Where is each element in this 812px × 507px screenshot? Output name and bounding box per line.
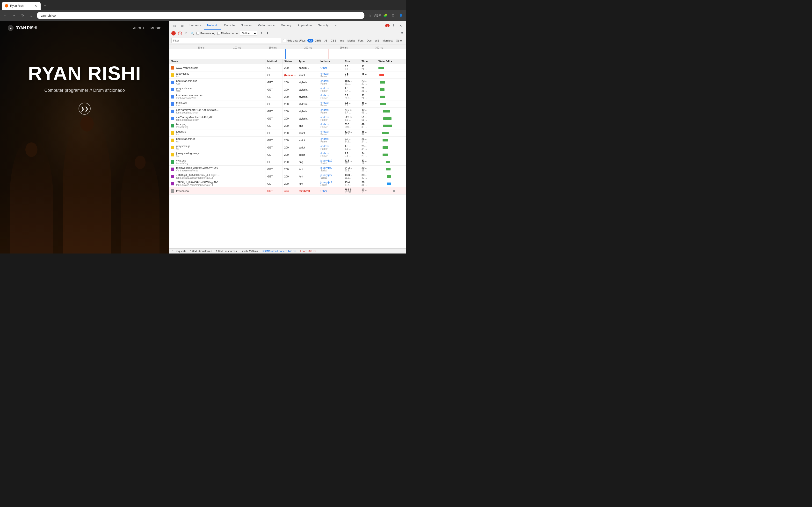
filter-doc[interactable]: Doc <box>365 39 373 43</box>
tab-console[interactable]: Console <box>221 21 238 30</box>
table-row[interactable]: bootstrap.min.js /js GET 200 script (ind… <box>169 137 406 144</box>
devtools-more-button[interactable]: ⋮ <box>390 22 397 29</box>
td-name: jquery.easing.min.js /js <box>169 151 266 158</box>
export-button[interactable]: ⬇ <box>265 31 270 36</box>
file-type-icon <box>171 80 174 84</box>
waterfall-bar <box>387 175 391 178</box>
hide-data-urls-input[interactable] <box>283 39 286 42</box>
back-button[interactable]: ← <box>2 12 9 19</box>
th-time[interactable]: Time <box>360 59 377 64</box>
initiator-sub: Script <box>320 162 332 165</box>
filter-ws[interactable]: WS <box>373 39 380 43</box>
import-button[interactable]: ⬆ <box>259 31 263 36</box>
preserve-log-checkbox[interactable]: Preserve log <box>197 32 215 35</box>
address-bar[interactable]: ryanrishi.com <box>37 12 364 19</box>
table-row[interactable]: analytics.js /js GET (blocke... script (… <box>169 71 406 79</box>
new-tab-button[interactable]: + <box>42 2 48 9</box>
adblocker-icon[interactable]: ABP <box>374 12 381 19</box>
table-row[interactable]: css?family=Montserrat:400,700 fonts.goog… <box>169 115 406 122</box>
table-row[interactable]: jquery.js /js GET 200 script (index) Par… <box>169 129 406 137</box>
tab-application[interactable]: Application <box>295 21 315 30</box>
preserve-log-input[interactable] <box>197 32 199 35</box>
tab-more[interactable]: » <box>332 21 339 30</box>
th-initiator[interactable]: Initiator <box>319 59 343 64</box>
status-load: Load: 200 ms <box>300 249 316 252</box>
table-row[interactable]: face.png /assets/img GET 200 png (index)… <box>169 122 406 129</box>
tab-close-button[interactable]: ✕ <box>34 4 38 8</box>
table-row[interactable]: fontawesome-webfont.woff?v=4.2.0 /font-a… <box>169 166 406 173</box>
td-name: JTUSjlg1_i6t8kCHKm459WlhyyTh8... fonts.g… <box>169 180 266 187</box>
table-row[interactable]: css?family=Lora:400,700,400italic,... fo… <box>169 108 406 115</box>
table-row[interactable]: favicon.ico GET 404 text/html Other 785 … <box>169 187 406 194</box>
table-row[interactable]: JTURjlg1_i6t8kCHKm45_dJE3gnD... fonts.gs… <box>169 173 406 180</box>
hide-data-urls-checkbox[interactable]: Hide data URLs <box>283 39 306 42</box>
table-row[interactable]: www.ryanrishi.com GET 200 docum... Other… <box>169 64 406 71</box>
network-settings-button[interactable]: ⚙ <box>400 31 404 36</box>
table-row[interactable]: main.css /css GET 200 stylesh... (index)… <box>169 101 406 108</box>
th-waterfall[interactable]: Waterfall ▲ <box>377 59 406 64</box>
filter-xhr[interactable]: XHR <box>314 39 322 43</box>
refresh-button[interactable]: ↻ <box>19 12 26 19</box>
th-size[interactable]: Size <box>343 59 360 64</box>
devtools-dock-button[interactable]: ▭ <box>179 22 185 29</box>
tab-network[interactable]: Network <box>204 21 221 30</box>
filter-all[interactable]: All <box>307 39 313 43</box>
search-button[interactable]: 🔍 <box>190 31 195 36</box>
devtools-toggle-button[interactable]: ⊡ <box>171 22 178 29</box>
table-row[interactable]: bootstrap.min.css /css GET 200 stylesh..… <box>169 79 406 86</box>
tab-security[interactable]: Security <box>315 21 331 30</box>
nav-music[interactable]: MUSIC <box>151 26 161 30</box>
active-tab[interactable]: Ryan Rishi ✕ <box>2 2 41 10</box>
td-method: GET <box>266 137 283 144</box>
disable-cache-input[interactable] <box>217 32 220 35</box>
td-status: 200 <box>283 101 297 107</box>
tab-elements[interactable]: Elements <box>186 21 204 30</box>
filter-manifest[interactable]: Manifest <box>381 39 394 43</box>
tab-memory[interactable]: Memory <box>278 21 294 30</box>
filter-media[interactable]: Media <box>346 39 356 43</box>
forward-button[interactable]: → <box>11 12 17 19</box>
nav-about[interactable]: ABOUT <box>133 26 145 30</box>
filter-css[interactable]: CSS <box>329 39 338 43</box>
resource-path: /font-awesome/fonts <box>176 169 264 172</box>
table-row[interactable]: grayscale.css /css GET 200 stylesh... (i… <box>169 86 406 93</box>
th-name[interactable]: Name <box>169 59 266 64</box>
table-row[interactable]: vwp.png /assets/img GET 200 png jquery.j… <box>169 158 406 166</box>
settings-icon[interactable]: ⚙ <box>390 12 396 19</box>
resource-name: grayscale.js <box>176 145 264 148</box>
devtools-close-button[interactable]: ✕ <box>397 22 404 29</box>
filter-img[interactable]: Img <box>338 39 345 43</box>
profile-icon[interactable]: 👤 <box>397 12 404 19</box>
filter-js[interactable]: JS <box>323 39 329 43</box>
initiator-name: (index) <box>320 130 329 133</box>
filter-font[interactable]: Font <box>357 39 365 43</box>
clear-button[interactable]: 🚫 <box>177 31 182 36</box>
filter-other[interactable]: Other <box>394 39 404 43</box>
tab-performance[interactable]: Performance <box>255 21 277 30</box>
td-time: 30 ... 30 ... <box>360 173 377 180</box>
throttle-select[interactable]: Online Fast 3G Slow 3G Offline <box>240 31 257 36</box>
table-row[interactable]: jquery.easing.min.js /js GET 200 script … <box>169 151 406 158</box>
td-initiator: (index) Parser <box>319 86 343 93</box>
th-type[interactable]: Type <box>297 59 319 64</box>
home-button[interactable]: ⌂ <box>28 12 35 19</box>
td-status: 200 <box>283 79 297 86</box>
scroll-down-button[interactable]: ❯❯ <box>79 103 91 115</box>
table-row[interactable]: font-awesome.min.css /font-awesome/css G… <box>169 93 406 101</box>
resource-path: /css <box>176 104 264 107</box>
td-type: docum... <box>297 64 319 71</box>
filter-input[interactable] <box>171 38 281 43</box>
time-latency: 48 ... <box>361 111 367 114</box>
resource-name: www.ryanrishi.com <box>176 66 264 69</box>
filter-button[interactable]: ⊘ <box>184 31 188 36</box>
record-button[interactable] <box>171 31 176 36</box>
bookmark-icon[interactable]: ☆ <box>366 12 373 19</box>
table-row[interactable]: JTUSjlg1_i6t8kCHKm459WlhyyTh8... fonts.g… <box>169 180 406 187</box>
th-method[interactable]: Method <box>266 59 283 64</box>
time-total: 26 ... <box>361 137 367 140</box>
th-status[interactable]: Status <box>283 59 297 64</box>
disable-cache-checkbox[interactable]: Disable cache <box>217 32 238 35</box>
extension-icon[interactable]: 🧩 <box>382 12 389 19</box>
tab-sources[interactable]: Sources <box>238 21 254 30</box>
table-row[interactable]: grayscale.js /js GET 200 script (index) … <box>169 144 406 151</box>
